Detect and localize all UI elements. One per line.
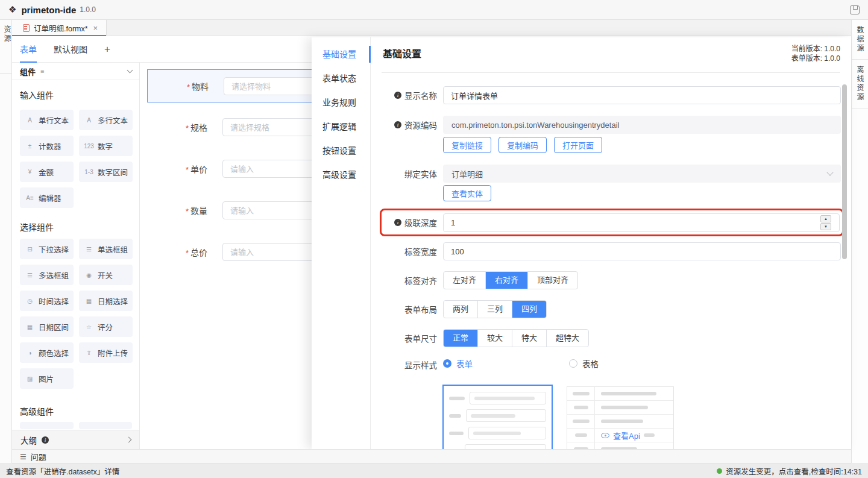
status-change-notice[interactable]: 资源发生变更，点击查看,检查时间:14:31 xyxy=(717,465,862,477)
menu-business-rules[interactable]: 业务规则 xyxy=(312,90,370,115)
preview-row xyxy=(449,392,546,404)
color-picker-icon: ◑ xyxy=(25,350,35,356)
view-api-link[interactable]: 查看Api xyxy=(613,430,640,441)
scrollbar-thumb[interactable] xyxy=(842,84,847,259)
align-option-top[interactable]: 顶部对齐 xyxy=(527,272,577,289)
display-name-input[interactable] xyxy=(443,86,841,104)
outline-section-header[interactable]: 大纲 xyxy=(12,430,139,449)
menu-extension-logic[interactable]: 扩展逻辑 xyxy=(312,115,370,139)
form-version: 表单版本: 1.0.0 xyxy=(791,54,840,63)
display-style-table-radio[interactable]: 表格 xyxy=(569,357,599,370)
component-counter[interactable]: ±计数器 xyxy=(20,136,74,156)
component-color-picker[interactable]: ◑颜色选择 xyxy=(20,342,74,363)
form-style-preview-card[interactable] xyxy=(442,385,553,449)
component-number[interactable]: 123数字 xyxy=(79,136,133,156)
component-image[interactable]: ▨图片 xyxy=(20,368,74,389)
save-icon[interactable] xyxy=(850,5,860,14)
divider xyxy=(382,72,840,73)
tab-form[interactable]: 表单 xyxy=(20,36,37,63)
component-placeholder[interactable] xyxy=(20,422,74,429)
form-size-segmented: 正常 较大 特大 超特大 xyxy=(443,329,589,347)
menu-button-settings[interactable]: 按钮设置 xyxy=(312,139,370,163)
component-multi-line-text[interactable]: A多行文本 xyxy=(79,110,133,130)
table-style-preview-card[interactable]: 查看Api xyxy=(567,386,674,449)
component-single-line-text[interactable]: A单行文本 xyxy=(20,110,74,130)
display-name-label: 显示名称 xyxy=(377,86,437,104)
align-option-right[interactable]: 右对齐 xyxy=(485,272,527,289)
component-upload[interactable]: ⇪附件上传 xyxy=(79,342,133,363)
open-page-button[interactable]: 打开页面 xyxy=(554,137,602,153)
layout-option-four-col[interactable]: 四列 xyxy=(512,301,546,318)
editor-view-tabs: 表单 默认视图 + xyxy=(12,36,312,63)
component-date-picker[interactable]: ▦日期选择 xyxy=(79,291,133,311)
size-option-normal[interactable]: 正常 xyxy=(444,330,477,347)
menu-advanced-settings[interactable]: 高级设置 xyxy=(312,163,370,187)
copy-code-button[interactable]: 复制编码 xyxy=(498,137,547,153)
status-resource-detail[interactable]: 查看资源「进销存.datasetx」详情 xyxy=(6,465,119,477)
component-number-range[interactable]: 1-3数字区间 xyxy=(79,162,133,182)
stepper-down-icon[interactable]: ▼ xyxy=(820,223,831,230)
chevron-right-icon[interactable] xyxy=(126,437,132,443)
info-icon xyxy=(394,121,401,128)
component-checkbox-group[interactable]: ☰多选框组 xyxy=(20,265,74,285)
view-entity-button[interactable]: 查看实体 xyxy=(443,185,491,201)
chevron-down-icon[interactable] xyxy=(127,68,133,74)
align-option-left[interactable]: 左对齐 xyxy=(444,272,485,289)
field-label: 物料 xyxy=(192,82,209,92)
label-align-segmented: 左对齐 右对齐 顶部对齐 xyxy=(443,271,578,289)
size-option-large[interactable]: 较大 xyxy=(477,330,512,347)
menu-form-state[interactable]: 表单状态 xyxy=(312,66,370,90)
components-panel-header[interactable]: 组件 ≡ xyxy=(12,63,140,80)
required-mark: * xyxy=(186,165,189,174)
tab-default-view[interactable]: 默认视图 xyxy=(54,36,87,63)
size-option-xlarge[interactable]: 特大 xyxy=(512,330,546,347)
component-currency[interactable]: ¥金额 xyxy=(20,162,74,182)
component-select[interactable]: ⊟下拉选择 xyxy=(20,239,74,259)
menu-basic-settings[interactable]: 基础设置 xyxy=(312,42,370,66)
form-layout-segmented: 两列 三列 四列 xyxy=(443,300,547,318)
radio-unselected-icon[interactable] xyxy=(569,359,577,368)
copy-link-button[interactable]: 复制链接 xyxy=(443,137,491,153)
editor-icon: A≡ xyxy=(25,195,35,201)
component-date-range[interactable]: ▦日期区间 xyxy=(20,316,74,337)
add-view-tab-button[interactable]: + xyxy=(104,36,110,63)
sidebar-item-resources[interactable]: 资源 xyxy=(2,25,12,43)
date-picker-icon: ▦ xyxy=(84,298,94,304)
field-label: 单价 xyxy=(190,165,207,174)
cascade-depth-input[interactable] xyxy=(443,213,840,232)
component-radio-group[interactable]: ☰单选框组 xyxy=(79,239,133,259)
label-width-input[interactable] xyxy=(443,242,841,260)
version-info: 当前版本: 1.0.0 表单版本: 1.0.0 xyxy=(791,44,840,63)
component-placeholder[interactable] xyxy=(79,422,133,429)
sidebar-item-datasource[interactable]: 数据源 xyxy=(855,26,865,53)
display-style-form-radio[interactable]: 表单 xyxy=(443,357,473,370)
rail-divider xyxy=(0,73,12,74)
close-icon[interactable]: × xyxy=(93,24,98,33)
right-activity-rail: 数据源 离线资源 xyxy=(851,20,868,463)
size-option-xxlarge[interactable]: 超特大 xyxy=(546,330,588,347)
component-rating[interactable]: ☆评分 xyxy=(79,316,133,337)
preview-table-row xyxy=(567,415,673,429)
component-editor[interactable]: A≡编辑器 xyxy=(20,187,74,208)
preview-row xyxy=(449,409,546,422)
bound-entity-select[interactable]: 订单明细 xyxy=(443,165,841,183)
label-width-label: 标签宽度 xyxy=(377,242,437,260)
counter-icon: ± xyxy=(25,143,35,149)
problems-bar[interactable]: ☰ 问题 xyxy=(12,449,851,464)
component-time-picker[interactable]: ◷时间选择 xyxy=(20,291,74,311)
file-tab-order-detail-formx[interactable]: 订单明细.formx* × xyxy=(12,20,107,36)
component-switch[interactable]: ◉开关 xyxy=(79,265,133,285)
radio-selected-icon[interactable] xyxy=(443,359,451,368)
checkbox-group-icon: ☰ xyxy=(25,272,35,278)
current-version: 当前版本: 1.0.0 xyxy=(791,44,840,54)
info-icon xyxy=(394,92,401,99)
label-align-label: 标签对齐 xyxy=(377,271,437,289)
radio-group-icon: ☰ xyxy=(84,246,94,253)
sidebar-item-offline-resources[interactable]: 离线资源 xyxy=(855,66,865,102)
stepper-up-icon[interactable]: ▲ xyxy=(820,215,831,222)
app-version: 1.0.0 xyxy=(80,5,96,14)
bound-entity-label: 绑定实体 xyxy=(377,165,437,183)
chevron-down-icon xyxy=(826,169,833,175)
layout-option-three-col[interactable]: 三列 xyxy=(477,301,512,318)
layout-option-two-col[interactable]: 两列 xyxy=(444,301,477,318)
